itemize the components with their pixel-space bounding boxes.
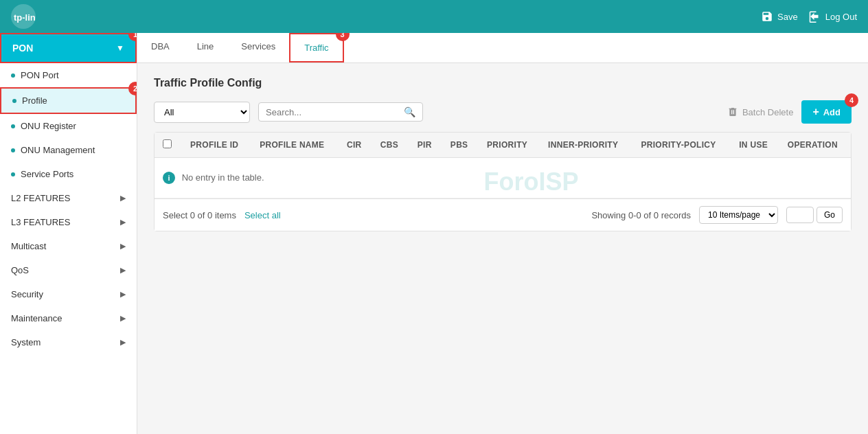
items-per-page-select[interactable]: 10 Items/page 20 Items/page 50 Items/pag… [699,206,778,224]
tab-dba-label: DBA [151,41,170,52]
tab-dba[interactable]: DBA [137,33,183,62]
page-number-input[interactable] [786,207,814,223]
empty-message: i No entry in the table. [155,158,851,198]
sidebar-section-qos-label: QoS [11,265,29,275]
select-all-checkbox[interactable] [163,139,172,148]
select-count: Select 0 of 0 items [163,210,236,220]
svg-text:tp-link: tp-link [14,12,36,23]
chevron-right-icon: ▶ [120,218,126,227]
sidebar-section-l3-label: L3 FEATURES [11,217,70,227]
trash-icon [727,106,738,117]
col-inner-priority: INNER-PRIORITY [540,133,632,158]
sidebar-item-onu-register-label: ONU Register [21,121,76,131]
logo: tp-link [11,4,36,29]
go-button[interactable]: Go [816,207,843,223]
sidebar-section-l2[interactable]: L2 FEATURES ▶ [0,186,137,210]
sidebar-section-l2-label: L2 FEATURES [11,193,70,203]
sidebar-section-security-label: Security [11,289,43,299]
batch-delete-button[interactable]: Batch Delete [727,106,793,117]
chevron-right-icon: ▶ [120,242,126,251]
sidebar: PON ▼ 1 PON Port Profile 2 ONU Register … [0,33,137,434]
chevron-right-icon: ▶ [120,338,126,347]
sidebar-item-profile-label: Profile [22,95,47,106]
filter-select[interactable]: All [154,102,250,123]
dot-icon [11,172,15,176]
select-all-link[interactable]: Select all [244,210,281,220]
sidebar-item-onu-register[interactable]: ONU Register [0,114,137,138]
pon-dropdown[interactable]: PON ▼ 1 [0,33,137,63]
plus-icon: + [812,106,819,118]
add-label: Add [823,107,841,117]
col-in-use: IN USE [731,133,779,158]
chevron-right-icon: ▶ [120,194,126,203]
sidebar-section-security[interactable]: Security ▶ [0,282,137,306]
profile-badge: 2 [128,82,137,95]
tab-traffic[interactable]: Traffic 3 [289,33,343,62]
sidebar-section-system-label: System [11,337,41,347]
tab-traffic-label: Traffic [304,43,328,53]
tab-services-label: Services [241,41,275,52]
sidebar-item-pon-port-label: PON Port [21,70,59,80]
col-operation: OPERATION [779,133,851,158]
dot-icon [12,99,16,103]
pon-dropdown-label: PON [12,43,33,54]
logout-button[interactable]: Log Out [809,10,857,23]
col-priority-policy: PRIORITY-POLICY [632,133,731,158]
col-pbs: PBS [442,133,479,158]
sidebar-section-system[interactable]: System ▶ [0,330,137,354]
search-input[interactable] [266,107,404,117]
sidebar-section-l3[interactable]: L3 FEATURES ▶ [0,210,137,234]
pon-badge: 1 [128,33,137,41]
page-title: Traffic Profile Config [154,77,852,89]
sidebar-item-service-ports[interactable]: Service Ports [0,162,137,186]
add-badge: 4 [845,93,858,107]
tab-services[interactable]: Services [227,33,289,62]
sidebar-section-multicast[interactable]: Multicast ▶ [0,234,137,258]
tab-line-label: Line [197,41,214,52]
save-icon [761,10,773,23]
logout-icon [809,10,821,23]
content: DBA Line Services Traffic 3 Traffic Prof… [137,33,868,434]
logout-label: Log Out [825,12,857,22]
sidebar-section-maintenance-label: Maintenance [11,313,62,323]
toolbar: All 🔍 Batch Delete + Add 4 [154,100,852,124]
col-profile-name: PROFILE NAME [251,133,339,158]
empty-message-text: No entry in the table. [182,172,264,183]
sidebar-section-qos[interactable]: QoS ▶ [0,258,137,282]
chevron-right-icon: ▶ [120,314,126,323]
save-button[interactable]: Save [761,10,798,23]
col-cbs: CBS [372,133,409,158]
sidebar-item-onu-management-label: ONU Management [21,145,95,155]
dot-icon [11,148,15,152]
sidebar-item-onu-management[interactable]: ONU Management [0,138,137,162]
add-button[interactable]: + Add 4 [801,100,852,124]
table-header-row: PROFILE ID PROFILE NAME CIR CBS PIR PBS … [155,133,851,158]
sidebar-section-maintenance[interactable]: Maintenance ▶ [0,306,137,330]
sidebar-section-multicast-label: Multicast [11,241,46,251]
select-all-checkbox-header[interactable] [155,133,182,158]
search-box: 🔍 [258,102,423,122]
chevron-right-icon: ▶ [120,290,126,299]
select-info: Select 0 of 0 items Select all [163,210,591,220]
search-icon: 🔍 [404,106,415,117]
header: tp-link Save Log Out [0,0,868,33]
page-content: Traffic Profile Config All 🔍 Batch Delet… [137,63,868,434]
dot-icon [11,124,15,128]
tab-line[interactable]: Line [183,33,228,62]
col-cir: CIR [339,133,372,158]
table-wrapper: ForoISP PROFILE ID PROFILE NAME CIR CBS … [154,132,852,231]
col-priority: PRIORITY [479,133,540,158]
showing-records: Showing 0-0 of 0 records [591,210,691,220]
sidebar-item-profile[interactable]: Profile 2 [0,87,137,114]
batch-delete-label: Batch Delete [742,107,793,117]
main-layout: PON ▼ 1 PON Port Profile 2 ONU Register … [0,33,868,434]
sidebar-item-pon-port[interactable]: PON Port [0,63,137,87]
header-actions: Save Log Out [761,10,857,23]
data-table: PROFILE ID PROFILE NAME CIR CBS PIR PBS … [155,133,851,198]
pagination-info: Showing 0-0 of 0 records 10 Items/page 2… [591,206,843,224]
col-pir: PIR [409,133,442,158]
col-profile-id: PROFILE ID [182,133,251,158]
go-input-group: Go [786,207,843,223]
chevron-right-icon: ▶ [120,266,126,275]
sidebar-item-service-ports-label: Service Ports [21,169,73,179]
